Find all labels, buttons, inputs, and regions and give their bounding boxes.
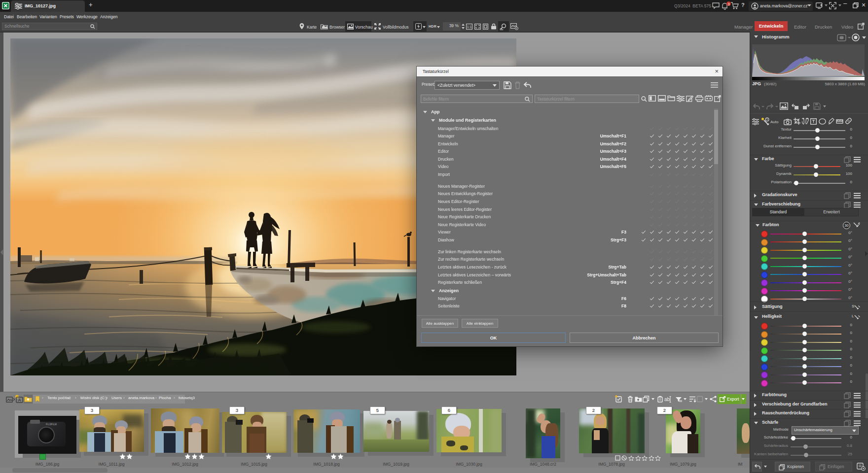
svg-text:L: L [852, 314, 854, 318]
svg-text:3: 3 [727, 2, 729, 6]
svg-text:S: S [852, 304, 854, 308]
svg-text:A: A [18, 398, 21, 403]
svg-text:1:1: 1:1 [467, 25, 472, 29]
svg-text:ab: ab [664, 397, 670, 402]
